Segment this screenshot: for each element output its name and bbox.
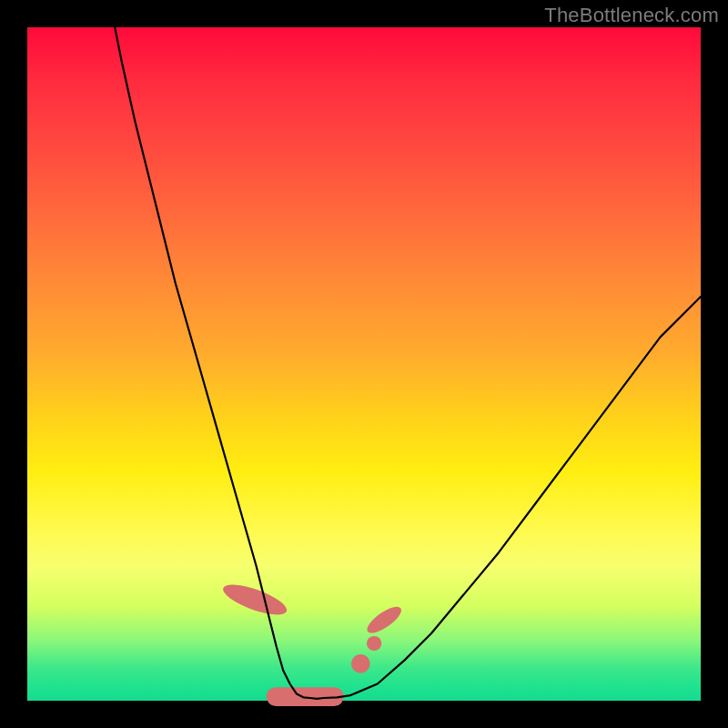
chart-frame: TheBottleneck.com <box>0 0 728 728</box>
watermark-text: TheBottleneck.com <box>544 4 719 27</box>
plot-area <box>27 27 701 701</box>
bottleneck-curve <box>115 27 701 699</box>
svg-point-1 <box>220 579 290 621</box>
svg-point-4 <box>363 602 405 638</box>
svg-point-2 <box>351 654 370 673</box>
markers-layer <box>220 579 405 706</box>
chart-svg <box>27 27 701 701</box>
svg-point-3 <box>367 636 381 651</box>
